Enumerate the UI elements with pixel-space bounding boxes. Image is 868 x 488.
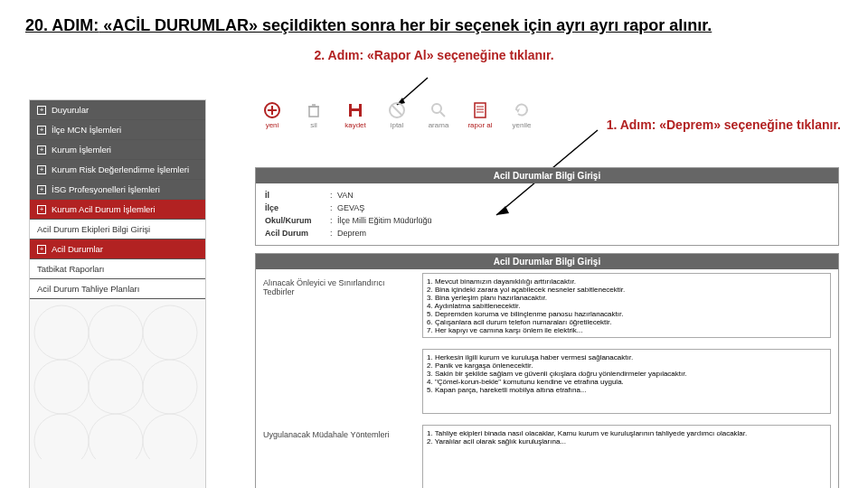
panel-title: Acil Durumlar Bilgi Girişi xyxy=(256,168,838,183)
title-prefix: 20. ADIM: xyxy=(25,16,99,34)
toolbar-save-button[interactable]: kaydet xyxy=(338,101,373,129)
svg-point-30 xyxy=(143,414,197,459)
sidebar-item-label: Acil Durumlar xyxy=(52,244,103,254)
form-label: Alınacak Önleyici ve Sınırlandırıcı Tedb… xyxy=(263,273,417,296)
sidebar-item-2[interactable]: +Kurum İşlemleri xyxy=(30,140,205,160)
info-value: GEVAŞ xyxy=(337,203,829,212)
info-row: Acil Durum:Deprem xyxy=(265,227,829,239)
sidebar-item-label: Kurum İşlemleri xyxy=(52,145,111,155)
form-textarea-0[interactable] xyxy=(422,273,831,338)
expand-icon: + xyxy=(37,145,46,155)
toolbar-trash-button[interactable]: sil xyxy=(297,101,331,129)
form-row: Alınacak Önleyici ve Sınırlandırıcı Tedb… xyxy=(256,269,838,345)
bg-pattern xyxy=(25,296,206,459)
svg-rect-7 xyxy=(309,107,318,117)
search-icon xyxy=(429,101,448,119)
svg-rect-17 xyxy=(475,103,486,117)
svg-point-27 xyxy=(143,360,197,414)
form-row: Uygulanacak Müdahale Yöntemleri xyxy=(256,421,838,488)
info-value: VAN xyxy=(337,191,829,200)
content-area: yenisilkaydetiptalaramarapor alyenile Ac… xyxy=(255,99,839,488)
plus-icon xyxy=(263,101,281,119)
sidebar-item-3[interactable]: +Kurum Risk Değerlendirme İşlemleri xyxy=(30,160,205,180)
svg-point-24 xyxy=(143,305,197,360)
svg-point-22 xyxy=(34,305,89,360)
info-value: Deprem xyxy=(337,229,829,238)
form-textarea-1[interactable] xyxy=(422,349,831,414)
cancel-icon xyxy=(388,101,406,119)
svg-line-16 xyxy=(440,112,445,117)
sidebar-item-4[interactable]: +İSG Profesyonelleri İşlemleri xyxy=(30,180,205,200)
svg-line-14 xyxy=(392,105,402,116)
expand-icon: + xyxy=(37,165,46,174)
toolbar-refresh-button[interactable]: yenile xyxy=(505,101,539,129)
report-icon xyxy=(471,101,489,119)
form-row xyxy=(256,345,838,421)
info-key: İlçe xyxy=(265,203,330,212)
expand-icon: + xyxy=(37,245,46,254)
sidebar-item-8[interactable]: Tatbikat Raporları xyxy=(30,259,205,279)
sidebar-item-label: Kurum Acil Durum İşlemleri xyxy=(52,204,156,214)
save-icon xyxy=(346,101,364,119)
toolbar: yenisilkaydetiptalaramarapor alyenile xyxy=(255,99,839,135)
toolbar-cancel-button[interactable]: iptal xyxy=(380,101,414,129)
page-title: 20. ADIM: «ACİL DURUMLAR» seçildikten so… xyxy=(0,0,868,41)
toolbar-label: yeni xyxy=(266,121,279,129)
svg-point-28 xyxy=(34,414,89,459)
sidebar-item-5[interactable]: +Kurum Acil Durum İşlemleri xyxy=(30,200,205,220)
svg-point-25 xyxy=(34,360,89,414)
title-rest: «ACİL DURUMLAR» seçildikten sonra her bi… xyxy=(99,16,712,34)
info-row: İlçe:GEVAŞ xyxy=(265,202,829,214)
trash-icon xyxy=(305,101,323,119)
svg-point-29 xyxy=(89,414,143,459)
toolbar-search-button[interactable]: arama xyxy=(421,101,456,129)
sidebar-item-6[interactable]: Acil Durum Ekipleri Bilgi Girişi xyxy=(30,220,205,239)
toolbar-label: yenile xyxy=(513,121,532,129)
info-value: İlçe Milli Eğitim Müdürlüğü xyxy=(337,216,829,225)
form-panel: Acil Durumlar Bilgi Girişi Alınacak Önle… xyxy=(255,253,839,488)
sidebar-item-label: İSG Profesyonelleri İşlemleri xyxy=(52,184,160,194)
expand-icon: + xyxy=(37,126,46,135)
svg-rect-11 xyxy=(352,104,359,108)
toolbar-plus-button[interactable]: yeni xyxy=(255,101,289,129)
sidebar-item-7[interactable]: +Acil Durumlar xyxy=(30,239,205,259)
info-row: Okul/Kurum:İlçe Milli Eğitim Müdürlüğü xyxy=(265,214,829,227)
panel2-title: Acil Durumlar Bilgi Girişi xyxy=(256,254,838,269)
svg-point-26 xyxy=(89,360,143,414)
expand-icon: + xyxy=(37,106,46,115)
toolbar-report-button[interactable]: rapor al xyxy=(463,101,497,129)
sidebar-item-1[interactable]: +İlçe MCN İşlemleri xyxy=(30,120,205,140)
step2-annotation: 2. Adım: «Rapor Al» seçeneğine tıklanır. xyxy=(0,48,868,62)
svg-point-15 xyxy=(432,104,441,113)
refresh-icon xyxy=(513,101,531,119)
info-panel: Acil Durumlar Bilgi Girişi İl:VANİlçe:GE… xyxy=(255,167,839,246)
svg-point-23 xyxy=(89,305,143,360)
info-key: Okul/Kurum xyxy=(265,216,330,225)
toolbar-label: sil xyxy=(310,121,317,129)
sidebar-item-label: Tatbikat Raporları xyxy=(37,264,104,274)
toolbar-label: arama xyxy=(429,121,449,129)
sidebar-item-label: İlçe MCN İşlemleri xyxy=(52,125,121,135)
sidebar-item-label: Acil Durum Tahliye Planları xyxy=(37,284,139,294)
sidebar-item-label: Duyurular xyxy=(52,105,89,115)
sidebar-item-0[interactable]: +Duyurular xyxy=(30,100,205,120)
sidebar-item-label: Acil Durum Ekipleri Bilgi Girişi xyxy=(37,224,150,234)
toolbar-label: iptal xyxy=(391,121,404,129)
info-key: İl xyxy=(265,191,330,200)
svg-rect-12 xyxy=(352,111,359,117)
form-label: Uygulanacak Müdahale Yöntemleri xyxy=(263,425,417,439)
expand-icon: + xyxy=(37,185,46,194)
expand-icon: + xyxy=(37,205,46,214)
form-textarea-2[interactable] xyxy=(422,425,831,488)
toolbar-label: rapor al xyxy=(467,121,492,129)
info-key: Acil Durum xyxy=(265,229,330,238)
toolbar-label: kaydet xyxy=(344,121,366,129)
form-label xyxy=(263,349,417,354)
info-row: İl:VAN xyxy=(265,189,829,202)
sidebar-item-label: Kurum Risk Değerlendirme İşlemleri xyxy=(52,164,189,174)
